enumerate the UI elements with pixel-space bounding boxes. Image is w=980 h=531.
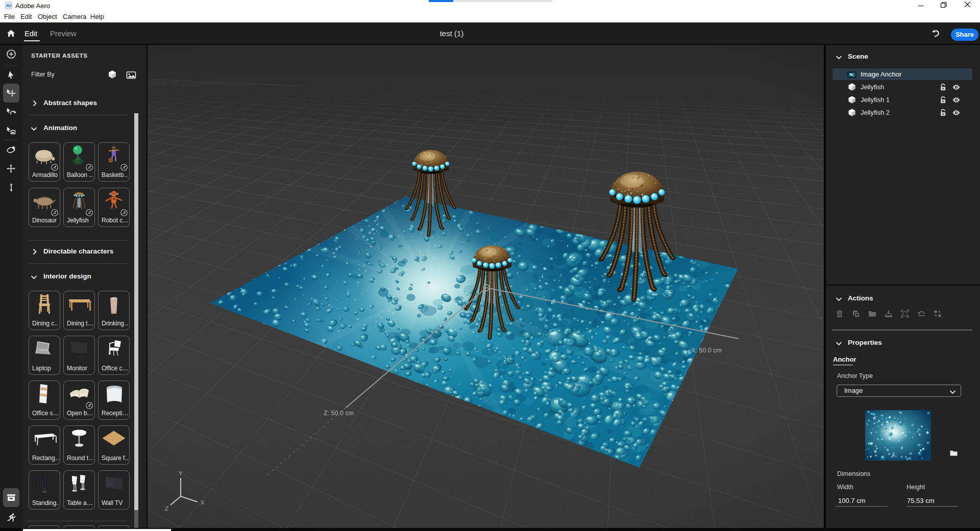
svg-text:Z: Z bbox=[165, 505, 168, 512]
svg-text:Ar: Ar bbox=[6, 3, 11, 8]
svg-text:X: X bbox=[201, 499, 205, 505]
svg-text:Z: 50.0 cm: Z: 50.0 cm bbox=[324, 410, 354, 417]
svg-text:X: 50.0 cm: X: 50.0 cm bbox=[691, 347, 722, 354]
svg-text:Y: Y bbox=[179, 470, 183, 476]
